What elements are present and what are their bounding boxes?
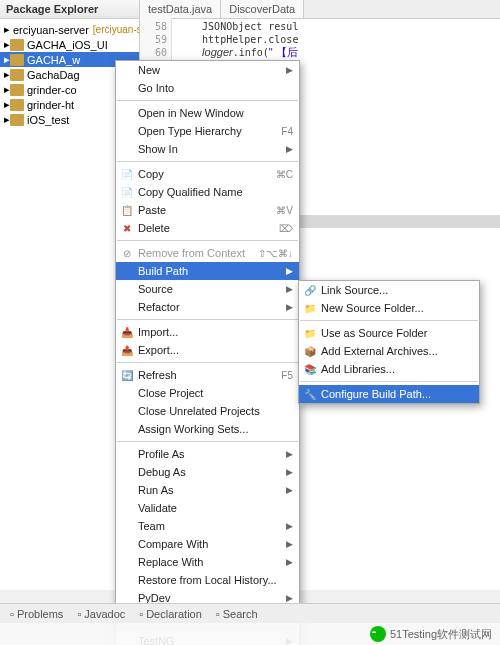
menu-item[interactable]: 📁New Source Folder... xyxy=(299,299,479,317)
submenu-arrow-icon: ▶ xyxy=(286,557,293,567)
menu-icon: 🔄 xyxy=(120,368,134,382)
menu-item[interactable]: 📤Export... xyxy=(116,341,299,359)
submenu-arrow-icon: ▶ xyxy=(286,144,293,154)
tab-icon: ▫ xyxy=(10,608,14,620)
menu-item[interactable]: 📚Add Libraries... xyxy=(299,360,479,378)
menu-icon: 📄 xyxy=(120,185,134,199)
footer-text: 51Testing软件测试网 xyxy=(390,627,492,642)
editor-tab[interactable]: testData.java xyxy=(140,0,221,18)
menu-item[interactable]: Assign Working Sets... xyxy=(116,420,299,438)
menu-icon: 📁 xyxy=(303,326,317,340)
editor-tabs: testData.java DiscoverData xyxy=(140,0,500,19)
bottom-tab[interactable]: ▫Problems xyxy=(4,606,69,622)
folder-icon xyxy=(10,99,24,111)
wechat-icon xyxy=(370,626,386,642)
bottom-view-tabs: ▫Problems▫Javadoc▫Declaration▫Search xyxy=(0,603,500,623)
build-path-submenu: 🔗Link Source...📁New Source Folder...📁Use… xyxy=(298,280,480,404)
bottom-tab[interactable]: ▫Search xyxy=(210,606,264,622)
menu-icon: 🔧 xyxy=(303,387,317,401)
menu-icon: ✖ xyxy=(120,221,134,235)
menu-item[interactable]: 🔗Link Source... xyxy=(299,281,479,299)
menu-item[interactable]: Validate xyxy=(116,499,299,517)
menu-icon: 📁 xyxy=(303,301,317,315)
menu-item[interactable]: ⊘Remove from Context⇧⌥⌘↓ xyxy=(116,244,299,262)
menu-item[interactable]: 📋Paste⌘V xyxy=(116,201,299,219)
menu-item[interactable]: Build Path▶ xyxy=(116,262,299,280)
menu-item[interactable]: Profile As▶ xyxy=(116,445,299,463)
menu-item[interactable]: Show In▶ xyxy=(116,140,299,158)
explorer-title: Package Explorer xyxy=(0,0,139,19)
folder-icon xyxy=(10,69,24,81)
footer-bar: 51Testing软件测试网 xyxy=(0,623,500,645)
menu-icon: 📄 xyxy=(120,167,134,181)
tab-icon: ▫ xyxy=(77,608,81,620)
menu-icon: 📥 xyxy=(120,325,134,339)
menu-item[interactable]: Restore from Local History... xyxy=(116,571,299,589)
menu-item[interactable]: 🔄RefreshF5 xyxy=(116,366,299,384)
folder-icon xyxy=(10,84,24,96)
submenu-arrow-icon: ▶ xyxy=(286,521,293,531)
submenu-arrow-icon: ▶ xyxy=(286,302,293,312)
submenu-arrow-icon: ▶ xyxy=(286,467,293,477)
tree-item[interactable]: ▸ erciyuan-server[erciyuan-server master… xyxy=(0,22,139,37)
folder-icon xyxy=(10,114,24,126)
menu-icon: 📋 xyxy=(120,203,134,217)
menu-item[interactable]: 📁Use as Source Folder xyxy=(299,324,479,342)
menu-icon: 🔗 xyxy=(303,283,317,297)
submenu-arrow-icon: ▶ xyxy=(286,539,293,549)
menu-item[interactable]: Close Project xyxy=(116,384,299,402)
bottom-tab[interactable]: ▫Declaration xyxy=(133,606,208,622)
menu-item[interactable]: 📥Import... xyxy=(116,323,299,341)
menu-icon: 📦 xyxy=(303,344,317,358)
submenu-arrow-icon: ▶ xyxy=(286,593,293,603)
menu-item[interactable]: Debug As▶ xyxy=(116,463,299,481)
submenu-arrow-icon: ▶ xyxy=(286,266,293,276)
menu-item[interactable]: Go Into xyxy=(116,79,299,97)
menu-item[interactable]: 📦Add External Archives... xyxy=(299,342,479,360)
menu-item[interactable]: Run As▶ xyxy=(116,481,299,499)
menu-item[interactable]: Source▶ xyxy=(116,280,299,298)
menu-item[interactable]: Replace With▶ xyxy=(116,553,299,571)
menu-item[interactable]: Close Unrelated Projects xyxy=(116,402,299,420)
menu-icon: ⊘ xyxy=(120,246,134,260)
menu-item[interactable]: ✖Delete⌦ xyxy=(116,219,299,237)
menu-item[interactable]: 🔧Configure Build Path... xyxy=(299,385,479,403)
menu-item[interactable]: Open Type HierarchyF4 xyxy=(116,122,299,140)
menu-icon: 📚 xyxy=(303,362,317,376)
menu-item[interactable]: Compare With▶ xyxy=(116,535,299,553)
tab-icon: ▫ xyxy=(139,608,143,620)
submenu-arrow-icon: ▶ xyxy=(286,485,293,495)
menu-item[interactable]: 📄Copy Qualified Name xyxy=(116,183,299,201)
submenu-arrow-icon: ▶ xyxy=(286,65,293,75)
submenu-arrow-icon: ▶ xyxy=(286,449,293,459)
tree-item[interactable]: ▸ GACHA_iOS_UI xyxy=(0,37,139,52)
folder-icon xyxy=(10,54,24,66)
context-menu: New▶Go IntoOpen in New WindowOpen Type H… xyxy=(115,60,300,645)
menu-icon: 📤 xyxy=(120,343,134,357)
menu-item[interactable]: Team▶ xyxy=(116,517,299,535)
tab-icon: ▫ xyxy=(216,608,220,620)
menu-item[interactable]: New▶ xyxy=(116,61,299,79)
menu-item[interactable]: Refactor▶ xyxy=(116,298,299,316)
menu-item[interactable]: 📄Copy⌘C xyxy=(116,165,299,183)
folder-icon xyxy=(10,39,24,51)
editor-tab[interactable]: DiscoverData xyxy=(221,0,304,18)
menu-item[interactable]: Open in New Window xyxy=(116,104,299,122)
bottom-tab[interactable]: ▫Javadoc xyxy=(71,606,131,622)
submenu-arrow-icon: ▶ xyxy=(286,284,293,294)
